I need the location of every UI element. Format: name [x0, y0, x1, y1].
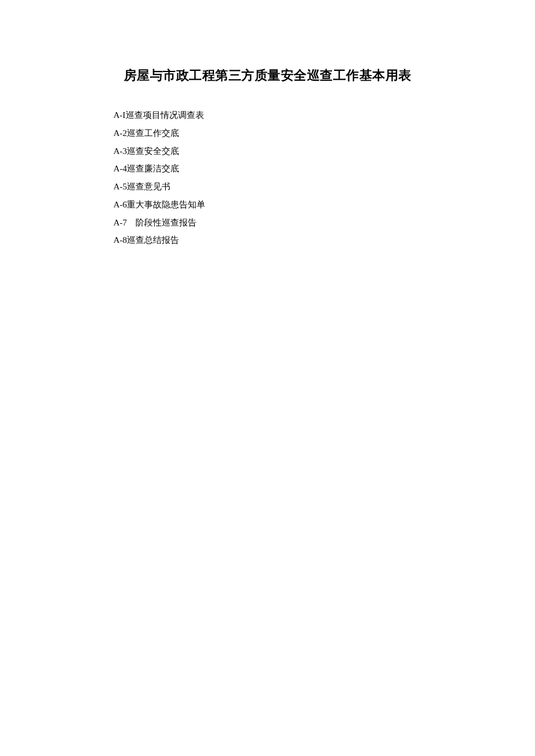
form-index-list: A-I 巡查项目情况调查表 A-2 巡查工作交底 A-3 巡查安全交底 A-4 … — [113, 106, 422, 249]
item-code: A-3 — [113, 142, 127, 160]
item-label: 重大事故隐患告知单 — [127, 200, 205, 209]
list-item: A-7 阶段性巡查报告 — [113, 214, 422, 232]
item-label: 巡查总结报告 — [127, 235, 179, 245]
item-code: A-I — [113, 106, 126, 124]
list-item: A-5 巡查意见书 — [113, 178, 422, 196]
item-label: 巡查工作交底 — [127, 128, 179, 138]
item-code: A-6 — [113, 196, 127, 214]
list-item: A-8 巡查总结报告 — [113, 231, 422, 249]
list-item: A-4 巡查廉洁交底 — [113, 160, 422, 178]
item-sep — [127, 214, 135, 232]
item-code: A-4 — [113, 160, 127, 178]
item-code: A-7 — [113, 214, 127, 232]
item-label: 巡查意见书 — [127, 182, 170, 191]
list-item: A-6 重大事故隐患告知单 — [113, 196, 422, 214]
list-item: A-3 巡查安全交底 — [113, 142, 422, 160]
item-label: 巡查项目情况调查表 — [126, 110, 204, 120]
item-code: A-5 — [113, 178, 127, 196]
item-label: 阶段性巡查报告 — [135, 218, 197, 227]
document-title: 房屋与市政工程第三方质量安全巡查工作基本用表 — [113, 67, 422, 84]
list-item: A-I 巡查项目情况调查表 — [113, 106, 422, 124]
list-item: A-2 巡查工作交底 — [113, 124, 422, 142]
document-page: 房屋与市政工程第三方质量安全巡查工作基本用表 A-I 巡查项目情况调查表 A-2… — [0, 0, 535, 249]
item-code: A-8 — [113, 231, 127, 249]
item-label: 巡查廉洁交底 — [127, 164, 179, 173]
item-code: A-2 — [113, 124, 127, 142]
item-label: 巡查安全交底 — [127, 146, 179, 156]
